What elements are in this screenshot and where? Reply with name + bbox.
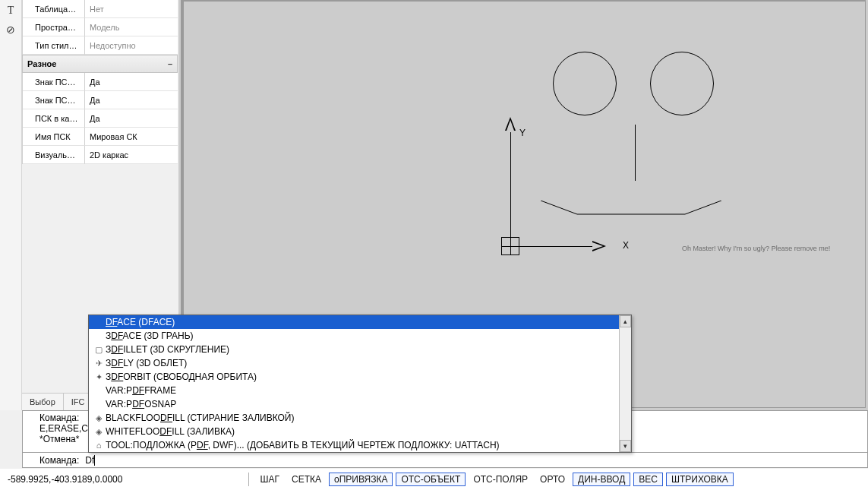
autocomplete-label: TOOL:ПОДЛОЖКА (PDF, DWF)... (ДОБАВИТЬ В …	[106, 440, 500, 450]
property-value[interactable]: Да	[85, 73, 178, 91]
autocomplete-label: ЗDFORBIT (СВОБОДНАЯ ОРБИТА)	[106, 371, 257, 382]
plane-icon: ✈	[92, 359, 106, 368]
text-tool-icon[interactable]: T	[2, 2, 20, 19]
property-row[interactable]: Простра…Модель	[22, 18, 178, 36]
status-toggle-штриховка[interactable]: ШТРИХОВКА	[666, 473, 734, 486]
autocomplete-item[interactable]: ◈WHITEFLOODFILL (ЗАЛИВКА)	[89, 425, 631, 438]
scroll-down-icon[interactable]: ▾	[620, 440, 631, 452]
status-toggle-орто[interactable]: ОРТО	[535, 473, 570, 486]
autocomplete-label: VAR:PDFFRAME	[106, 385, 176, 396]
axis-y-label: Y	[519, 128, 526, 138]
drawing-circle-left	[553, 52, 617, 115]
command-typed-text: Df	[85, 455, 94, 466]
property-row[interactable]: Знак ПС…Да	[22, 73, 178, 91]
divider-icon	[248, 473, 249, 486]
autocomplete-item[interactable]: DFACE (DFACE)	[89, 315, 631, 329]
autocomplete-label: BLACKFLOODFILL (СТИРАНИЕ ЗАЛИВКОЙ)	[106, 413, 294, 423]
property-row[interactable]: Знак ПС…Да	[22, 91, 178, 109]
autocomplete-label: ЗDFILLET (3D СКРУГЛЕНИЕ)	[106, 344, 229, 355]
status-toggle-отс-объект[interactable]: ОТС-ОБЪЕКТ	[396, 473, 466, 486]
scrollbar-vertical[interactable]: ▴ ▾	[619, 315, 631, 452]
properties-panel: Таблица…НетПростра…МодельТип стил…Недост…	[22, 0, 178, 164]
autocomplete-label: VAR:PDFOSNAP	[106, 399, 176, 409]
property-key: Имя ПСК	[23, 128, 85, 146]
autocomplete-label: ЗDFLY (3D ОБЛЕТ)	[106, 358, 187, 368]
property-key: ПСК в ка…	[23, 109, 85, 128]
box-icon: ▢	[92, 345, 106, 355]
diamond-icon: ◈	[92, 427, 106, 437]
orbit-icon: ✦	[92, 372, 106, 382]
property-key: Визуаль…	[23, 146, 85, 164]
autocomplete-item[interactable]: ◈BLACKFLOODFILL (СТИРАНИЕ ЗАЛИВКОЙ)	[89, 411, 631, 425]
status-toggle-дин-ввод[interactable]: ДИН-ВВОД	[573, 473, 630, 486]
property-key: Простра…	[23, 18, 85, 36]
property-value[interactable]: Да	[85, 109, 178, 128]
autocomplete-item[interactable]: ✈ЗDFLY (3D ОБЛЕТ)	[89, 356, 631, 370]
property-key: Таблица…	[23, 0, 85, 18]
collapse-icon[interactable]: –	[163, 59, 177, 68]
autocomplete-item[interactable]: VAR:PDFFRAME	[89, 384, 631, 397]
autocomplete-popup[interactable]: DFACE (DFACE)ЗDFACE (3D ГРАНЬ)▢ЗDFILLET …	[88, 315, 632, 453]
status-toggle-опривязка[interactable]: оПРИВЯЗКА	[329, 473, 393, 486]
left-toolstrip: T ⊘	[0, 0, 22, 410]
autocomplete-item[interactable]: ЗDFACE (3D ГРАНЬ)	[89, 329, 631, 343]
property-value[interactable]: Модель	[85, 18, 178, 36]
property-key: Знак ПС…	[23, 73, 85, 91]
status-toggle-отс-поляр[interactable]: ОТС-ПОЛЯР	[469, 473, 532, 486]
drawing-text-note: Oh Master! Why I'm so ugly? Please remov…	[682, 245, 830, 252]
autocomplete-label: DFACE (DFACE)	[106, 317, 175, 327]
property-key: Знак ПС…	[23, 91, 85, 109]
scroll-up-icon[interactable]: ▴	[620, 315, 631, 327]
autocomplete-item[interactable]: ⌂TOOL:ПОДЛОЖКА (PDF, DWF)... (ДОБАВИТЬ В…	[89, 438, 631, 452]
section-header-misc[interactable]: Разное –	[22, 55, 178, 73]
tool-icon: ⌂	[92, 441, 106, 450]
status-toggle-сетка[interactable]: СЕТКА	[287, 473, 326, 486]
cursor-coordinates: -589.9925,-403.9189,0.0000	[0, 474, 130, 485]
insert-tool-icon[interactable]: ⊘	[2, 21, 20, 38]
status-toggle-шаг[interactable]: ШАГ	[255, 473, 284, 486]
property-value[interactable]: Мировая СК	[85, 128, 178, 146]
property-row[interactable]: Имя ПСКМировая СК	[22, 128, 178, 146]
autocomplete-item[interactable]: ▢ЗDFILLET (3D СКРУГЛЕНИЕ)	[89, 343, 631, 356]
drawing-polyline-mouth	[541, 201, 723, 223]
status-toggle-вес[interactable]: ВЕС	[633, 473, 663, 486]
property-value[interactable]: 2D каркас	[85, 146, 178, 164]
autocomplete-item[interactable]: VAR:PDFOSNAP	[89, 397, 631, 411]
property-row[interactable]: Визуаль…2D каркас	[22, 146, 178, 164]
autocomplete-item[interactable]: ✦ЗDFORBIT (СВОБОДНАЯ ОРБИТА)	[89, 370, 631, 384]
axis-x-label: X	[623, 240, 629, 251]
property-row[interactable]: Таблица…Нет	[22, 0, 178, 18]
property-row[interactable]: ПСК в ка…Да	[22, 109, 178, 128]
status-bar: -589.9925,-403.9189,0.0000 ШАГСЕТКАоПРИВ…	[0, 469, 868, 490]
property-key: Тип стил…	[23, 36, 85, 55]
command-prompt: Команда:	[39, 455, 79, 466]
property-value[interactable]: Недоступно	[85, 36, 178, 55]
drawing-circle-right	[650, 52, 714, 115]
property-value[interactable]: Нет	[85, 0, 178, 18]
section-title: Разное	[27, 59, 56, 68]
autocomplete-label: WHITEFLOODFILL (ЗАЛИВКА)	[106, 426, 235, 437]
property-row[interactable]: Тип стил…Недоступно	[22, 36, 178, 55]
diamond-icon: ◈	[92, 413, 106, 423]
command-input-row[interactable]: Команда: Df	[22, 453, 868, 468]
property-value[interactable]: Да	[85, 91, 178, 109]
drawing-line-vertical	[635, 125, 636, 181]
autocomplete-label: ЗDFACE (3D ГРАНЬ)	[106, 330, 194, 341]
tab-selection[interactable]: Выбор	[22, 394, 64, 410]
